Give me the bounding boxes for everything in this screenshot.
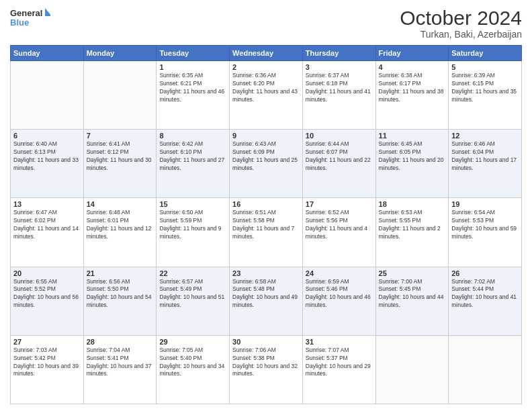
day-number: 21 bbox=[87, 269, 154, 277]
calendar-cell-w3-d1: 13Sunrise: 6:47 AMSunset: 6:02 PMDayligh… bbox=[11, 198, 84, 267]
day-info-line: Daylight: 11 hours and 17 minutes. bbox=[451, 156, 519, 173]
day-info-line: Sunrise: 6:46 AM bbox=[451, 140, 519, 148]
day-number: 22 bbox=[159, 269, 226, 277]
day-info-line: Sunrise: 6:39 AM bbox=[451, 72, 519, 80]
calendar-cell-w4-d6: 25Sunrise: 7:00 AMSunset: 5:45 PMDayligh… bbox=[375, 267, 449, 335]
day-info-line: Sunset: 6:13 PM bbox=[13, 148, 81, 156]
calendar-cell-w4-d1: 20Sunrise: 6:55 AMSunset: 5:52 PMDayligh… bbox=[11, 267, 84, 335]
day-info-line: Daylight: 11 hours and 14 minutes. bbox=[13, 225, 81, 241]
day-info-line: Sunset: 5:48 PM bbox=[232, 285, 300, 293]
day-info-line: Sunrise: 7:00 AM bbox=[379, 278, 446, 286]
day-info-line: Daylight: 11 hours and 4 minutes. bbox=[306, 225, 373, 241]
day-info-line: Sunset: 5:55 PM bbox=[379, 217, 446, 225]
day-info-line: Sunrise: 6:43 AM bbox=[232, 140, 300, 148]
day-number: 10 bbox=[306, 132, 373, 140]
day-number: 1 bbox=[159, 63, 226, 71]
svg-marker-2 bbox=[45, 8, 50, 16]
calendar-cell-w2-d1: 6Sunrise: 6:40 AMSunset: 6:13 PMDaylight… bbox=[11, 130, 84, 198]
svg-text:Blue: Blue bbox=[10, 17, 29, 28]
day-info-line: Sunset: 5:50 PM bbox=[87, 285, 154, 293]
day-number: 26 bbox=[451, 269, 519, 277]
day-info-line: Sunrise: 6:35 AM bbox=[159, 72, 226, 80]
header: General Blue October 2024 Turkan, Baki, … bbox=[10, 7, 522, 40]
day-number: 5 bbox=[451, 63, 519, 71]
calendar-cell-w4-d3: 22Sunrise: 6:57 AMSunset: 5:49 PMDayligh… bbox=[157, 267, 230, 335]
day-info-line: Sunset: 6:21 PM bbox=[159, 80, 226, 88]
main-title: October 2024 bbox=[400, 7, 522, 29]
calendar-cell-w2-d7: 12Sunrise: 6:46 AMSunset: 6:04 PMDayligh… bbox=[449, 130, 522, 198]
day-info-line: Sunset: 5:46 PM bbox=[306, 285, 373, 293]
day-info-line: Sunrise: 7:07 AM bbox=[306, 347, 373, 355]
day-number: 6 bbox=[13, 132, 81, 140]
calendar-week-4: 20Sunrise: 6:55 AMSunset: 5:52 PMDayligh… bbox=[11, 267, 522, 335]
calendar-week-5: 27Sunrise: 7:03 AMSunset: 5:42 PMDayligh… bbox=[11, 335, 522, 404]
day-info-line: Daylight: 10 hours and 44 minutes. bbox=[379, 293, 446, 310]
day-info-line: Sunrise: 6:51 AM bbox=[232, 209, 300, 217]
day-info-line: Daylight: 10 hours and 32 minutes. bbox=[232, 363, 300, 379]
calendar-cell-w1-d7: 5Sunrise: 6:39 AMSunset: 6:15 PMDaylight… bbox=[449, 61, 522, 130]
day-info-line: Sunrise: 7:06 AM bbox=[232, 347, 300, 355]
day-info-line: Daylight: 10 hours and 41 minutes. bbox=[451, 293, 519, 310]
day-info-line: Sunset: 5:44 PM bbox=[451, 285, 519, 293]
day-number: 24 bbox=[306, 269, 373, 277]
day-info-line: Daylight: 10 hours and 29 minutes. bbox=[306, 363, 373, 379]
day-number: 11 bbox=[379, 132, 446, 140]
day-info-line: Daylight: 11 hours and 7 minutes. bbox=[232, 225, 300, 241]
col-tuesday: Tuesday bbox=[157, 46, 230, 61]
day-info-line: Daylight: 11 hours and 46 minutes. bbox=[159, 88, 226, 104]
page: General Blue October 2024 Turkan, Baki, … bbox=[0, 0, 532, 411]
day-info-line: Sunset: 6:10 PM bbox=[159, 148, 226, 156]
day-info-line: Sunset: 6:05 PM bbox=[379, 148, 446, 156]
day-number: 12 bbox=[451, 132, 519, 140]
day-info-line: Sunset: 6:07 PM bbox=[306, 148, 373, 156]
day-info-line: Daylight: 11 hours and 25 minutes. bbox=[232, 156, 300, 173]
calendar-week-2: 6Sunrise: 6:40 AMSunset: 6:13 PMDaylight… bbox=[11, 130, 522, 198]
calendar-cell-w5-d6 bbox=[375, 335, 449, 404]
day-info-line: Sunrise: 6:57 AM bbox=[159, 278, 226, 286]
day-info-line: Sunset: 6:02 PM bbox=[13, 217, 81, 225]
day-info-line: Daylight: 11 hours and 30 minutes. bbox=[87, 156, 154, 173]
calendar-cell-w5-d2: 28Sunrise: 7:04 AMSunset: 5:41 PMDayligh… bbox=[83, 335, 157, 404]
calendar-cell-w2-d6: 11Sunrise: 6:45 AMSunset: 6:05 PMDayligh… bbox=[375, 130, 449, 198]
calendar-cell-w3-d3: 15Sunrise: 6:50 AMSunset: 5:59 PMDayligh… bbox=[157, 198, 230, 267]
day-info-line: Sunrise: 7:05 AM bbox=[159, 347, 226, 355]
day-number: 14 bbox=[87, 200, 154, 208]
day-number: 29 bbox=[159, 338, 226, 346]
day-number: 30 bbox=[232, 338, 300, 346]
day-info-line: Daylight: 11 hours and 43 minutes. bbox=[232, 88, 300, 104]
day-info-line: Sunset: 5:53 PM bbox=[451, 217, 519, 225]
day-info-line: Sunrise: 6:55 AM bbox=[13, 278, 81, 286]
day-info-line: Sunrise: 6:40 AM bbox=[13, 140, 81, 148]
calendar-cell-w3-d4: 16Sunrise: 6:51 AMSunset: 5:58 PMDayligh… bbox=[230, 198, 303, 267]
day-info-line: Sunset: 6:12 PM bbox=[87, 148, 154, 156]
calendar-cell-w2-d5: 10Sunrise: 6:44 AMSunset: 6:07 PMDayligh… bbox=[302, 130, 375, 198]
calendar-table: Sunday Monday Tuesday Wednesday Thursday… bbox=[10, 45, 522, 404]
day-number: 2 bbox=[232, 63, 300, 71]
calendar-cell-w1-d4: 2Sunrise: 6:36 AMSunset: 6:20 PMDaylight… bbox=[230, 61, 303, 130]
day-info-line: Daylight: 10 hours and 39 minutes. bbox=[13, 363, 81, 379]
day-info-line: Sunrise: 6:48 AM bbox=[87, 209, 154, 217]
day-info-line: Sunset: 5:42 PM bbox=[13, 355, 81, 363]
calendar-cell-w1-d3: 1Sunrise: 6:35 AMSunset: 6:21 PMDaylight… bbox=[157, 61, 230, 130]
calendar-cell-w2-d4: 9Sunrise: 6:43 AMSunset: 6:09 PMDaylight… bbox=[230, 130, 303, 198]
day-info-line: Sunrise: 7:02 AM bbox=[451, 278, 519, 286]
calendar-cell-w1-d1 bbox=[11, 61, 84, 130]
day-info-line: Daylight: 11 hours and 38 minutes. bbox=[379, 88, 446, 104]
day-number: 7 bbox=[87, 132, 154, 140]
calendar-cell-w3-d7: 19Sunrise: 6:54 AMSunset: 5:53 PMDayligh… bbox=[449, 198, 522, 267]
day-info-line: Sunrise: 6:37 AM bbox=[306, 72, 373, 80]
day-info-line: Sunrise: 6:59 AM bbox=[306, 278, 373, 286]
day-info-line: Sunset: 5:37 PM bbox=[306, 355, 373, 363]
day-info-line: Sunset: 5:38 PM bbox=[232, 355, 300, 363]
day-info-line: Sunset: 5:41 PM bbox=[87, 355, 154, 363]
day-info-line: Daylight: 11 hours and 2 minutes. bbox=[379, 225, 446, 241]
day-number: 27 bbox=[13, 338, 81, 346]
day-info-line: Sunrise: 6:58 AM bbox=[232, 278, 300, 286]
day-info-line: Daylight: 11 hours and 41 minutes. bbox=[306, 88, 373, 104]
day-number: 18 bbox=[379, 200, 446, 208]
day-number: 28 bbox=[87, 338, 154, 346]
calendar-cell-w2-d3: 8Sunrise: 6:42 AMSunset: 6:10 PMDaylight… bbox=[157, 130, 230, 198]
day-number: 23 bbox=[232, 269, 300, 277]
day-info-line: Sunrise: 6:44 AM bbox=[306, 140, 373, 148]
subtitle: Turkan, Baki, Azerbaijan bbox=[400, 29, 522, 40]
